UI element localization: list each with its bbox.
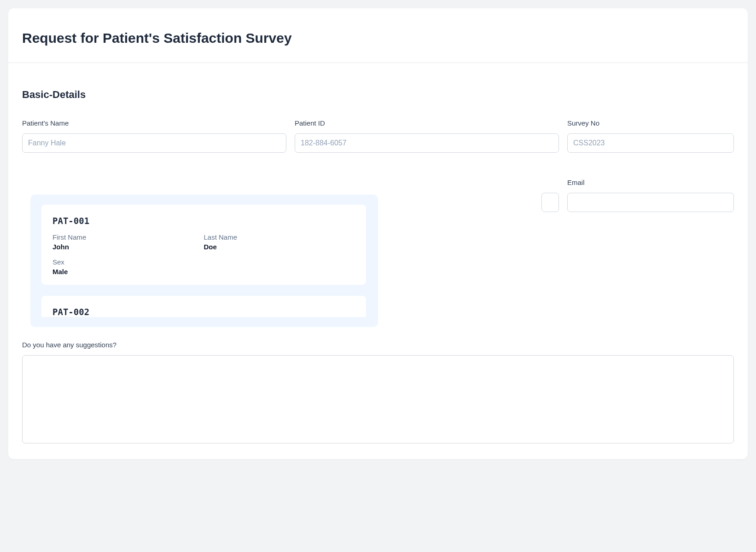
dropdown-scroll[interactable]: PAT-001 First Name John Last Name Doe Se…: [41, 205, 371, 317]
option-details: First Name John Last Name Doe Sex Male: [52, 233, 355, 276]
patient-name-input[interactable]: [22, 133, 286, 153]
option-sex-label: Sex: [52, 258, 204, 266]
patient-autocomplete-dropdown[interactable]: PAT-001 First Name John Last Name Doe Se…: [30, 195, 378, 327]
field-email: Email: [567, 178, 734, 212]
card-body: Basic-Details Patient's Name Patient ID …: [8, 63, 748, 459]
option-lastname-value: Doe: [204, 243, 355, 251]
option-firstname-value: John: [52, 243, 204, 251]
suggestions-textarea[interactable]: [22, 355, 734, 443]
option-id: PAT-002: [52, 307, 355, 317]
field-survey-no: Survey No: [567, 119, 734, 153]
label-survey-no: Survey No: [567, 119, 734, 127]
email-input[interactable]: [567, 193, 734, 212]
field-suggestions: Do you have any suggestions?: [22, 341, 734, 445]
label-patient-id: Patient ID: [295, 119, 559, 127]
survey-no-input[interactable]: [567, 133, 734, 153]
option-lastname-label: Last Name: [204, 233, 355, 241]
option-id: PAT-001: [52, 216, 355, 226]
option-sex-value: Male: [52, 268, 204, 276]
form-card: Request for Patient's Satisfaction Surve…: [8, 8, 748, 459]
autocomplete-option[interactable]: PAT-002: [41, 296, 366, 317]
label-email: Email: [567, 178, 734, 186]
patient-id-input[interactable]: [295, 133, 559, 153]
card-header: Request for Patient's Satisfaction Surve…: [8, 8, 748, 63]
label-patient-name: Patient's Name: [22, 119, 286, 127]
hidden-mid-input[interactable]: [541, 193, 559, 212]
field-patient-id: Patient ID: [295, 119, 559, 153]
label-suggestions: Do you have any suggestions?: [22, 341, 734, 349]
form-row-1: Patient's Name Patient ID Survey No: [22, 119, 734, 153]
autocomplete-option[interactable]: PAT-001 First Name John Last Name Doe Se…: [41, 205, 366, 285]
page-title: Request for Patient's Satisfaction Surve…: [22, 30, 734, 46]
option-firstname-label: First Name: [52, 233, 204, 241]
field-patient-name: Patient's Name: [22, 119, 286, 153]
section-title: Basic-Details: [22, 89, 734, 101]
